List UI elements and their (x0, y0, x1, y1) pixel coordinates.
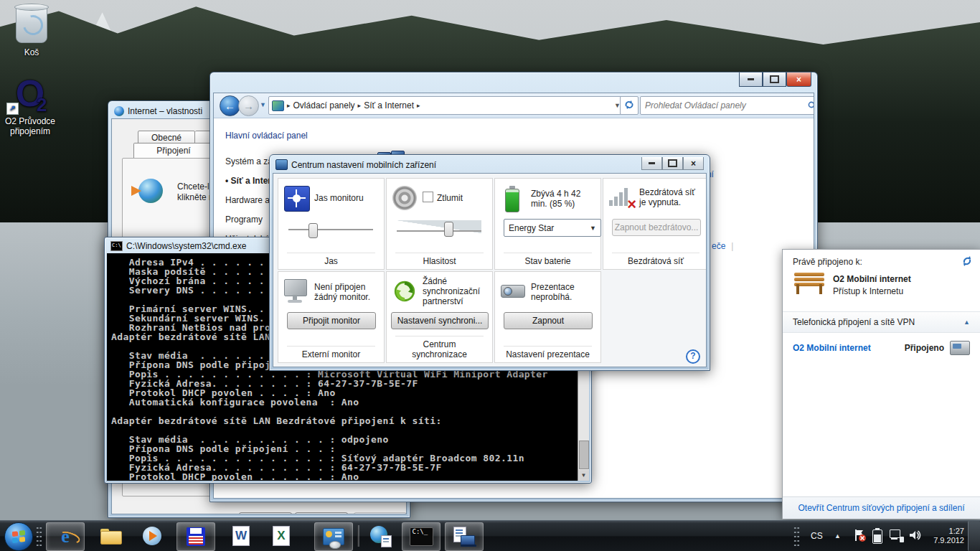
vpn-section-header[interactable]: Telefonická připojení a sítě VPN ▲ (783, 311, 980, 333)
connection-access: Přístup k Internetu (833, 286, 903, 296)
excel-icon: X (273, 526, 290, 546)
toolbar-grip[interactable] (36, 526, 42, 546)
connect-display-button[interactable]: Připojit monitor (287, 312, 376, 329)
brightness-tile: Jas monitoru Jas (278, 178, 385, 270)
maximize-button[interactable] (763, 72, 786, 87)
maximize-button[interactable] (662, 157, 683, 170)
clock-time: 1:27 (924, 527, 964, 536)
presentation-tile: Prezentace neprobíhá. Zapnout Nastavení … (494, 271, 601, 363)
taskbar-mobility-button[interactable] (445, 522, 484, 551)
recycle-bin-icon[interactable]: Koš (1, 6, 62, 57)
internet-options-icon (114, 106, 124, 116)
mobility-center-window: Centrum nastavení mobilních zařízení × J… (269, 154, 710, 371)
open-network-center-link[interactable]: Otevřít Centrum síťových připojení a sdí… (798, 503, 965, 513)
link-fragment-row: eče | (712, 241, 733, 251)
taskbar-floppy-app-button[interactable] (176, 522, 215, 551)
o2-shortcut-icon[interactable]: O2 ↗ O2 Průvodce připojením (0, 75, 60, 136)
taskbar-settings-app-button[interactable] (314, 522, 353, 551)
forward-button[interactable]: → (238, 95, 259, 116)
help-icon[interactable]: ? (686, 349, 700, 364)
minimize-button[interactable] (739, 72, 763, 87)
volume-slider[interactable] (397, 222, 481, 235)
tray-grip[interactable] (793, 526, 800, 546)
folder-icon (100, 529, 121, 543)
flyout-header: Právě připojeno k: (793, 257, 862, 267)
start-button[interactable] (4, 522, 33, 551)
crumb-separator-icon: ▸ (417, 102, 420, 109)
taskbar-separator (357, 525, 359, 547)
shortcut-arrow-icon: ↗ (6, 103, 19, 115)
vpn-connection-row[interactable]: O2 Mobilní internet Připojeno (783, 337, 980, 359)
scroll-down-icon[interactable]: ▼ (578, 470, 589, 481)
o2-logo-icon: O2 ↗ (5, 75, 55, 115)
globe-icon (138, 179, 163, 203)
language-indicator[interactable]: CS (811, 531, 823, 541)
link-fragment[interactable]: eče (712, 241, 725, 251)
battery-tray-icon[interactable] (872, 529, 882, 544)
enable-wireless-button[interactable]: Zapnout bezdrátovo... (612, 219, 701, 236)
speaker-icon (392, 186, 417, 210)
cancel-button[interactable]: Storno (295, 512, 348, 514)
close-button[interactable]: × (683, 157, 704, 170)
projector-icon (501, 279, 525, 303)
navigation-toolbar: ← → ▼ ▸ Ovládací panely ▸ Síť a Internet… (214, 93, 814, 118)
console-line: Adaptér bezdrátové sítě LAN Bezdrátové p… (111, 416, 588, 425)
connection-name: O2 Mobilní internet (833, 274, 911, 284)
search-placeholder: Prohledat Ovládací panely (645, 100, 808, 110)
breadcrumb-root[interactable]: Ovládací panely (293, 100, 355, 110)
vpn-item-name[interactable]: O2 Mobilní internet (793, 343, 899, 353)
close-button[interactable]: × (786, 72, 811, 87)
recent-pages-chevron[interactable]: ▼ (260, 101, 266, 108)
dialog-title: Internet – vlastnosti (128, 106, 202, 116)
checkbox-icon[interactable] (423, 192, 433, 202)
clock[interactable]: 1:27 7.9.2012 (924, 527, 964, 545)
taskbar-cmd-button[interactable]: C:\_ (402, 522, 440, 551)
taskbar-explorer-button[interactable] (92, 522, 129, 550)
search-input[interactable]: Prohledat Ovládací panely (640, 96, 814, 115)
sidebar-home-link[interactable]: Hlavní ovládací panel (225, 131, 358, 141)
mobility-title: Centrum nastavení mobilních zařízení (291, 160, 436, 170)
scrollbar-thumb[interactable] (579, 441, 589, 469)
show-hidden-icons-chevron[interactable]: ▲ (834, 532, 841, 540)
crumb-separator-icon: ▸ (287, 102, 291, 109)
apply-button[interactable]: Použít (354, 512, 407, 514)
taskbar-excel-button[interactable]: X (263, 522, 300, 550)
brightness-slider[interactable] (288, 223, 373, 237)
globe-tasks-icon (370, 526, 390, 546)
refresh-icon (624, 100, 634, 110)
taskbar-internet-options-button[interactable] (362, 522, 399, 550)
ok-button[interactable]: OK (239, 512, 292, 514)
taskbar-ie-button[interactable]: e (46, 522, 85, 551)
mobility-window-controls: × (641, 157, 704, 170)
window-controls: × (739, 72, 811, 87)
minimize-button[interactable] (641, 157, 662, 170)
collapse-chevron-icon[interactable]: ▲ (963, 319, 970, 326)
taskbar-media-player-button[interactable] (133, 522, 171, 550)
flyout-footer: Otevřít Centrum síťových připojení a sdí… (783, 496, 980, 519)
sync-settings-button[interactable]: Nastavení synchroni... (391, 312, 489, 329)
taskbar-word-button[interactable]: W (222, 522, 260, 550)
wireless-footer: Bezdrátová síť (612, 253, 699, 266)
clock-date: 7.9.2012 (924, 536, 964, 545)
back-button[interactable]: ← (220, 95, 240, 116)
breadcrumb-current[interactable]: Síť a Internet (364, 100, 414, 110)
refresh-icon[interactable] (961, 255, 973, 267)
power-plan-dropdown[interactable]: Energy Star▼ (504, 219, 601, 237)
address-bar[interactable]: ▸ Ovládací panely ▸ Síť a Internet ▸ ▼ (268, 96, 624, 115)
console-line: Protokol DHCP povolen . . . . . . : Ano (111, 472, 588, 481)
console-line: Automatická konfigurace povolena : Ano (111, 397, 588, 407)
dropdown-caret-icon: ▼ (590, 225, 596, 232)
refresh-button[interactable] (620, 96, 639, 115)
network-location-icon (794, 273, 824, 296)
network-tray-icon[interactable] (890, 529, 904, 542)
volume-tray-icon[interactable] (908, 529, 921, 544)
ie-icon: e (61, 526, 70, 547)
display-status: Není připojen žádný monitor. (314, 282, 380, 302)
media-player-icon (143, 527, 161, 545)
presentation-on-button[interactable]: Zapnout (504, 312, 593, 329)
action-center-icon[interactable] (852, 528, 867, 542)
show-desktop-button[interactable] (968, 521, 980, 551)
tab-connections[interactable]: Připojení (133, 143, 214, 159)
mute-checkbox[interactable]: Ztlumit (423, 192, 488, 203)
cmd-icon: C:\ (110, 241, 123, 251)
